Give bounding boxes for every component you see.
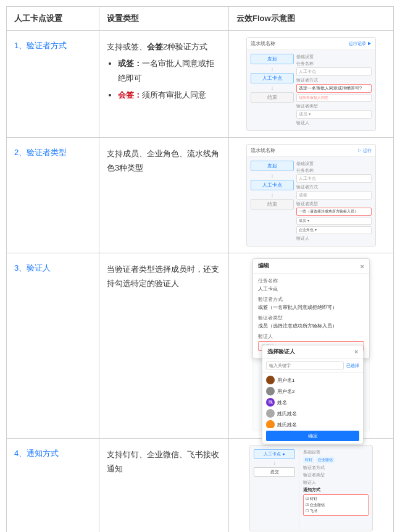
- row1-text: 支持或签、会签2种验证方式: [107, 42, 207, 51]
- flow4-left: 人工卡点 ● ↓ 提交: [250, 445, 299, 531]
- sub-dialog-title-bar: 选择验证人 ×: [262, 345, 363, 359]
- sd-name-2: 用户名2: [277, 388, 359, 395]
- row1-content: 支持或签、会签2种验证方式 或签：一名审批人同意或拒绝即可 会签：须所有审批人同…: [99, 31, 229, 137]
- dialog-title: 编辑: [258, 262, 269, 270]
- flow1-left: 发起 ↓ 人工卡点 ↓ 结束: [251, 54, 294, 127]
- sd-confirm-button[interactable]: 确定: [266, 431, 359, 441]
- sd-list-item: 用户名2: [266, 386, 359, 397]
- dialog-title-bar: 编辑 ×: [253, 259, 369, 274]
- verify-method-value: 或签（一名审批人同意或拒绝即可）: [258, 304, 364, 311]
- sub-dialog-close[interactable]: ×: [354, 348, 358, 355]
- row3-text: 当验证者类型选择成员时，还支持勾选特定的验证人: [107, 264, 219, 288]
- flow1-body: 发起 ↓ 人工卡点 ↓ 结束 基础设置 任务名称 人工卡点 验证者方式 选定一名…: [247, 50, 375, 130]
- table-header: 人工卡点设置 设置类型 云效Flow示意图: [7, 7, 393, 31]
- tag-dingtalk: 钉钉: [303, 457, 314, 463]
- flow4-notif-dingtalk: ☑ 钉钉: [306, 496, 366, 502]
- header-col1: 人工卡点设置: [7, 7, 99, 30]
- header-col2: 设置类型: [99, 7, 229, 30]
- flow1-node-start: 发起: [251, 54, 294, 64]
- row2-content: 支持成员、企业角色、流水线角色3种类型: [99, 138, 229, 253]
- sd-search-area: 已选择: [262, 359, 363, 373]
- task-name-label: 任务名称: [258, 277, 364, 284]
- flow1-header: 流水线名称 运行记录 ▶: [247, 38, 375, 50]
- sd-already-selected: 已选择: [346, 363, 359, 369]
- sd-avatar-2: [266, 387, 275, 395]
- verify-type-value: 成员（选择注意成功所方验标入员）: [258, 323, 364, 329]
- row1-bullet1: 或签：一名审批人同意或拒绝即可: [118, 56, 221, 85]
- sd-search-input[interactable]: [266, 361, 344, 369]
- row3-image: 编辑 × 任务名称 人工卡点 验证者方式 或签（一名审批人同意或拒绝即可） 验证…: [229, 253, 393, 438]
- row4-title: 4、通知方式: [7, 439, 99, 532]
- table-row: 3、验证人 当验证者类型选择成员时，还支持勾选特定的验证人 编辑 × 任务名称 …: [7, 253, 393, 439]
- sd-name-1: 用户名1: [277, 377, 359, 384]
- flow4-notif-wechat: ☑ 企业微信: [306, 502, 366, 508]
- row4-image: 人工卡点 ● ↓ 提交 基础设置 钉钉 企业微信 验证者方式 验证者类型 验证人…: [229, 439, 393, 532]
- sd-list-item: 姓氏姓名: [266, 419, 359, 428]
- row1-title: 1、验证者方式: [7, 31, 99, 137]
- flow-diagram-2: 流水线名称 ▷ 运行 发起 ↓ 人工卡点 ↓ 结束 基础设置 任务名称 人工卡点: [246, 144, 376, 247]
- flow-diagram-1: 流水线名称 运行记录 ▶ 发起 ↓ 人工卡点 ↓ 结束 基础设置 任务名称 人工…: [246, 37, 376, 131]
- flow1-node-checkpoint: 人工卡点: [251, 73, 294, 83]
- main-table: 人工卡点设置 设置类型 云效Flow示意图 1、验证者方式 支持或签、会签2种验…: [6, 6, 394, 532]
- flow2-left: 发起 ↓ 人工卡点 ↓ 结束: [251, 161, 294, 242]
- table-row: 2、验证者类型 支持成员、企业角色、流水线角色3种类型 流水线名称 ▷ 运行 发…: [7, 138, 393, 253]
- sd-name-5: 姓氏姓名: [277, 421, 359, 428]
- flow4-start: 人工卡点 ●: [254, 449, 295, 459]
- row1-bullet2: 会签：须所有审批人同意: [118, 88, 221, 102]
- sd-list-item: 用户名1: [266, 374, 359, 386]
- sd-list-item: 姓氏姓名: [266, 408, 359, 419]
- row3-dialog-wrapper: 编辑 × 任务名称 人工卡点 验证者方式 或签（一名审批人同意或拒绝即可） 验证…: [252, 258, 370, 431]
- row2-text: 支持成员、企业角色、流水线角色3种类型: [107, 149, 219, 172]
- row4-content: 支持钉钉、企业微信、飞书接收通知: [99, 439, 229, 532]
- row3-content: 当验证者类型选择成员时，还支持勾选特定的验证人: [99, 253, 229, 438]
- sd-name-4: 姓氏姓名: [277, 410, 359, 417]
- flow4-notif-feishu: ☐ 飞书: [306, 509, 366, 514]
- select-verifier-dialog: 选择验证人 × 已选择 用户名1 用户名2: [262, 345, 364, 444]
- flow4-right: 基础设置 钉钉 企业微信 验证者方式 验证者类型 验证人 通知方式 ☑ 钉钉 ☑…: [299, 445, 372, 531]
- flow2-node-end: 结束: [251, 199, 294, 209]
- flow1-node-end: 结束: [251, 92, 294, 103]
- flow2-body: 发起 ↓ 人工卡点 ↓ 结束 基础设置 任务名称 人工卡点 验证者方式 或签 验…: [247, 157, 375, 246]
- row2-title: 2、验证者类型: [7, 138, 99, 253]
- verifier-label: 验证人: [258, 333, 364, 340]
- sd-list: 用户名1 用户名2 晚 姓名 姓氏姓名: [262, 373, 363, 428]
- row4-text: 支持钉钉、企业微信、飞书接收通知: [107, 450, 219, 473]
- sd-avatar-1: [266, 376, 275, 384]
- row1-image: 流水线名称 运行记录 ▶ 发起 ↓ 人工卡点 ↓ 结束 基础设置 任务名称 人工…: [229, 31, 393, 137]
- tag-wechat: 企业微信: [316, 457, 335, 463]
- sub-dialog-title: 选择验证人: [267, 348, 295, 356]
- row2-image: 流水线名称 ▷ 运行 发起 ↓ 人工卡点 ↓ 结束 基础设置 任务名称 人工卡点: [229, 138, 393, 253]
- flow2-right: 基础设置 任务名称 人工卡点 验证者方式 或签 验证者类型 一些（请选择注成功所…: [296, 161, 372, 242]
- flow1-right: 基础设置 任务名称 人工卡点 验证者方式 选定一名审批人同意或拒绝即可? 须所有…: [296, 54, 372, 127]
- sd-list-item: 晚 姓名: [266, 397, 359, 408]
- sd-avatar-5: [266, 420, 275, 428]
- flow4-end: 提交: [254, 467, 295, 477]
- sd-avatar-4: [266, 409, 275, 418]
- edit-dialog: 编辑 × 任务名称 人工卡点 验证者方式 或签（一名审批人同意或拒绝即可） 验证…: [252, 258, 370, 359]
- table-row: 4、通知方式 支持钉钉、企业微信、飞书接收通知 人工卡点 ● ↓ 提交 基础设置…: [7, 439, 393, 532]
- header-col3: 云效Flow示意图: [229, 7, 393, 30]
- flow2-header: 流水线名称 ▷ 运行: [247, 145, 375, 157]
- flow4-tags: 钉钉 企业微信: [303, 457, 369, 463]
- dialog-close-btn[interactable]: ×: [360, 263, 364, 270]
- verify-method-label: 验证者方式: [258, 296, 364, 303]
- task-name-value: 人工卡点: [258, 285, 364, 292]
- flow-diagram-4: 人工卡点 ● ↓ 提交 基础设置 钉钉 企业微信 验证者方式 验证者类型 验证人…: [249, 445, 373, 531]
- flow2-node-start: 发起: [251, 161, 294, 171]
- sd-name-3: 姓名: [277, 399, 359, 406]
- verify-type-label: 验证者类型: [258, 315, 364, 321]
- flow4-notification-box: ☑ 钉钉 ☑ 企业微信 ☐ 飞书: [303, 494, 369, 516]
- sd-avatar-3: 晚: [266, 398, 275, 407]
- row3-title: 3、验证人: [7, 253, 99, 438]
- flow2-node-checkpoint: 人工卡点: [251, 180, 294, 190]
- table-row: 1、验证者方式 支持或签、会签2种验证方式 或签：一名审批人同意或拒绝即可 会签…: [7, 31, 393, 138]
